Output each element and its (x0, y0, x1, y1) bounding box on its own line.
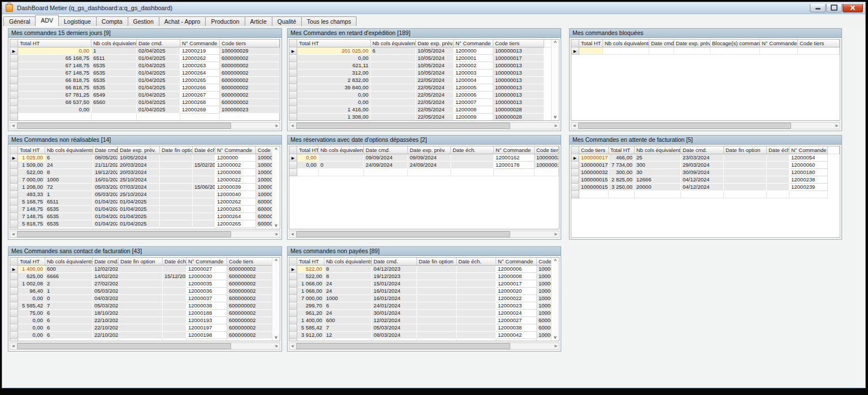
row-selector[interactable] (571, 162, 579, 169)
vertical-scrollbar[interactable]: ^v (551, 40, 559, 120)
column-header-date-cmd[interactable]: Date cmd. (93, 146, 118, 154)
table-cell[interactable] (119, 302, 163, 310)
table-cell[interactable]: 600000002 (220, 55, 280, 62)
table-row[interactable]: 1000000152 825,001266604/12/202412000238 (571, 176, 840, 184)
table-cell[interactable]: 600000002 (227, 332, 272, 339)
table-cell[interactable] (160, 169, 193, 176)
table-cell[interactable] (457, 310, 496, 317)
horizontal-scrollbar[interactable]: <> (571, 122, 840, 129)
table-cell[interactable] (724, 154, 767, 162)
column-header-date-cmd[interactable]: Date cmd. (364, 146, 408, 154)
row-selector[interactable] (10, 169, 18, 176)
table-cell[interactable]: 5 585,42 (18, 302, 45, 310)
table-cell[interactable] (457, 339, 496, 341)
table-cell[interactable]: 6560 (92, 99, 137, 106)
table-cell[interactable]: 600000002 (227, 273, 272, 280)
table-cell[interactable]: 18/10/202 (93, 310, 119, 317)
table-row[interactable]: ▶0,0009/09/202409/09/2024120001621000000… (289, 154, 559, 162)
table-cell[interactable]: 1200005 (454, 84, 493, 92)
table-cell[interactable] (324, 339, 372, 341)
table-cell[interactable]: 01/04/2025 (137, 77, 180, 84)
scrollbar-thumb[interactable] (578, 123, 791, 129)
column-header-nb-cols-equivalents[interactable]: Nb cols équivalents (92, 40, 137, 47)
column-header-nb-cols-equivalents[interactable]: Nb cols équivalents (324, 258, 372, 266)
table-cell[interactable]: 299,70 (297, 302, 324, 310)
table-cell[interactable] (256, 228, 272, 229)
table-cell[interactable] (319, 169, 364, 176)
column-header-total-ht[interactable]: Total HT (579, 40, 603, 47)
table-cell[interactable]: 12000054 (789, 154, 828, 162)
table-row[interactable]: 621,1110/05/20241200002100000013 (289, 62, 552, 70)
table-cell[interactable] (193, 213, 215, 220)
row-selector[interactable] (10, 273, 18, 280)
table-cell[interactable] (603, 47, 649, 55)
row-selector[interactable] (10, 295, 18, 302)
row-selector[interactable] (289, 55, 297, 62)
table-cell[interactable]: 7 (324, 324, 372, 332)
table-cell[interactable]: 625,00 (18, 273, 45, 280)
table-cell[interactable] (193, 154, 215, 162)
column-header-total-ht[interactable]: Total HT (18, 146, 45, 154)
scroll-left-icon[interactable]: < (10, 231, 17, 237)
table-cell[interactable]: 100000032 (579, 169, 609, 176)
table-cell[interactable]: 24 (324, 280, 372, 288)
table-row[interactable]: ▶1 025,00608/05/20210/05/202412000001000… (10, 154, 272, 162)
row-selector[interactable] (10, 220, 18, 228)
scrollbar-thumb[interactable] (17, 343, 231, 349)
table-cell[interactable]: 12000197 (186, 324, 227, 332)
column-header-blocage-s-commande[interactable]: Blocage(s) commande (710, 40, 760, 47)
table-cell[interactable] (163, 310, 186, 317)
horizontal-scrollbar[interactable]: <> (10, 342, 280, 350)
row-selector[interactable] (10, 106, 18, 114)
scroll-right-icon[interactable]: > (552, 123, 559, 129)
table-row[interactable]: 1 416,0022/05/20241200008100000028 (289, 106, 552, 114)
table-cell[interactable]: 1 002,08 (18, 280, 45, 288)
row-selector[interactable] (289, 317, 297, 324)
table-cell[interactable] (767, 176, 789, 184)
table-cell[interactable]: 20/03/2024 (118, 162, 160, 169)
table-cell[interactable] (297, 169, 319, 176)
column-header-nb-cols-equivalents[interactable]: Nb cols équivalents (635, 146, 681, 154)
column-header-n-commande[interactable]: N° Commande (496, 258, 537, 266)
table-cell[interactable] (163, 339, 186, 341)
table-row[interactable]: ▶100000017466,002523/03/202412000054 (571, 154, 840, 162)
table-row[interactable]: 0,00622/10/20212000197600000002 (10, 324, 272, 332)
table-cell[interactable]: 10/05/2024 (416, 70, 454, 77)
table-cell[interactable] (220, 114, 280, 121)
tab-achat-appro[interactable]: Achat - Appro (159, 16, 206, 26)
scroll-left-icon[interactable]: < (289, 123, 296, 129)
table-cell[interactable]: 100000013 (493, 99, 544, 106)
table-cell[interactable]: 22/05/2024 (416, 99, 454, 106)
table-row[interactable]: 68 537,50656001/04/202512000268600000002 (10, 99, 280, 106)
table-cell[interactable]: 1200002 (454, 62, 493, 70)
table-cell[interactable]: 8 (45, 169, 93, 176)
table-cell[interactable] (767, 191, 789, 198)
table-cell[interactable]: 12000006 (496, 266, 537, 273)
table-cell[interactable]: 15/01/2024 (372, 280, 417, 288)
scroll-left-icon[interactable]: < (10, 123, 17, 129)
table-row[interactable]: 1 208,007205/03/20207/03/202415/06/20212… (10, 184, 272, 191)
table-cell[interactable] (674, 47, 710, 55)
table-row[interactable]: 0,00622/10/20212000198600000002 (10, 332, 272, 339)
column-header-date-ech[interactable]: Date éch. (451, 146, 494, 154)
table-cell[interactable]: 12000030 (186, 273, 227, 280)
table-cell[interactable]: 300,00 (609, 169, 635, 176)
table-cell[interactable]: 621,11 (297, 62, 371, 70)
table-cell[interactable] (451, 154, 494, 162)
table-cell[interactable]: 22/05/2024 (416, 84, 454, 92)
table-cell[interactable]: 12000265 (215, 220, 256, 228)
table-row[interactable]: 299,70624/01/20241200002310000 (289, 302, 552, 310)
row-selector[interactable] (10, 191, 18, 198)
table-cell[interactable] (160, 213, 193, 220)
table-row[interactable]: 1 068,002416/01/20241200002010000 (289, 288, 552, 295)
table-row[interactable]: 5 818,75653501/04/20201/04/2025120002656… (10, 220, 272, 228)
row-selector[interactable] (10, 288, 18, 295)
row-selector[interactable] (10, 310, 18, 317)
column-header-date-exp-prev[interactable]: Date exp. prév. (416, 40, 454, 47)
table-cell[interactable] (163, 266, 186, 273)
table-cell[interactable]: 6 (45, 317, 93, 324)
table-cell[interactable]: 1200003 (454, 70, 493, 77)
table-row[interactable]: ▶522,00804/12/20231200000610000 (289, 266, 552, 273)
column-header-n-commande[interactable]: N° Commande (180, 40, 220, 47)
close-button[interactable] (843, 4, 863, 12)
